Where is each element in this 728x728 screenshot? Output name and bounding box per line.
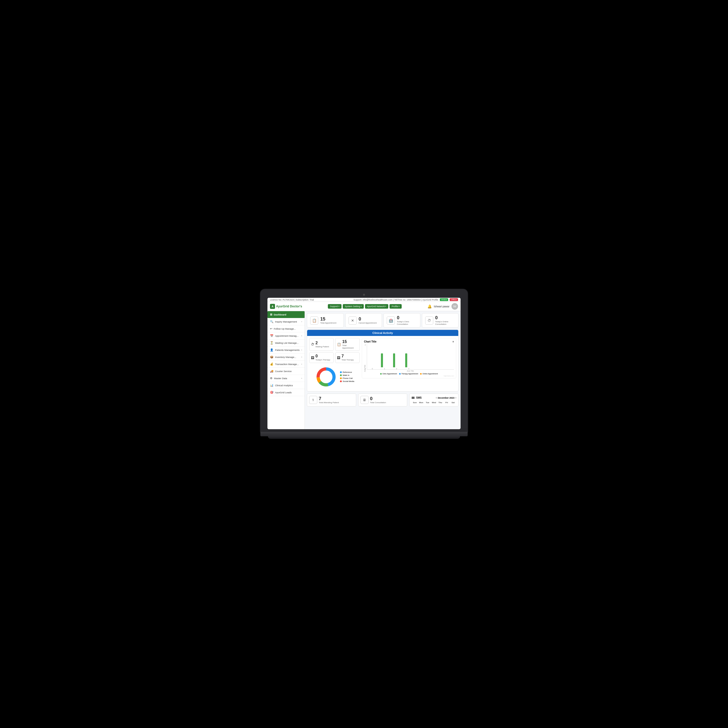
chart-legend-clinic: Clinic Appointment: [380, 373, 397, 375]
ayurgrid-network-btn[interactable]: AyurGrid Network ▾: [365, 304, 388, 309]
chart-menu-icon[interactable]: ≡: [453, 340, 454, 343]
bar-2-clinic: [393, 353, 395, 367]
legend-dot-phonecall: [340, 378, 342, 379]
sidebar-item-inventory[interactable]: 📦 Inventory Manage... ›: [268, 353, 304, 361]
online-consultation-label: Today's Online Consultation: [435, 321, 456, 325]
cancel-appointment-info: 0 Cancel Appointment: [359, 317, 377, 324]
total-therapy-label: Total Therapy: [341, 359, 353, 361]
cal-sun: Sun: [411, 401, 418, 404]
sidebar-item-leads[interactable]: 🎯 AyurGrid Leads: [268, 389, 304, 396]
chart-legend-dot-online: [420, 373, 422, 375]
bell-icon[interactable]: 🔔: [427, 304, 432, 308]
sidebar-label-inquiry: Inquiry Management: [275, 320, 297, 323]
courier-icon: 🚚: [270, 370, 274, 373]
followup-icon: ↩: [270, 327, 272, 330]
brand-name: AyurGrid Doctor's: [276, 304, 302, 308]
clinical-stat-waiting[interactable]: ⏱ 2 Waiting Patient: [309, 338, 333, 351]
sidebar-item-appointment[interactable]: 📅 Appointment Manag... ›: [268, 332, 304, 340]
sidebar-label-dashboard: Dashboard: [274, 313, 286, 316]
avatar[interactable]: IW: [451, 303, 458, 310]
clinical-stat-total-appt[interactable]: 📋 15 Total Appointment: [335, 338, 360, 351]
support-btn-label: Support: [330, 305, 338, 307]
chart-legend-online: Online Appointment: [420, 373, 438, 375]
sidebar-item-patients[interactable]: 👤 Patients Managements ›: [268, 347, 304, 353]
legend-walkin: Walk In: [340, 374, 355, 376]
top-bar: Licence No: PLTMC023 | Subscription: Tri…: [268, 298, 460, 302]
inquiry-icon: 🔍: [270, 320, 274, 323]
header-nav: A AyurGrid Doctor's Support ▾ System Set…: [268, 302, 460, 311]
sidebar: ⊞ Dashboard 🔍 Inquiry Management › ↩ Fol…: [268, 311, 305, 429]
cal-wed: Wed: [431, 401, 437, 404]
chart-bars-area: 2 0: [367, 344, 454, 370]
donut-legend: Reference Walk In: [340, 371, 355, 382]
stat-card-online-consultation[interactable]: ⏱ 0 Today's Online Consultation: [422, 313, 459, 327]
clinical-title: Clinical Activity: [372, 331, 393, 335]
bars-1: [381, 353, 388, 367]
sms-label: SMS: [416, 396, 422, 399]
sidebar-item-courier[interactable]: 🚚 Courier Service: [268, 368, 304, 375]
consultation-label: Total Consultation: [370, 401, 386, 404]
consultation-number: 0: [370, 396, 386, 401]
transaction-arrow: ›: [301, 363, 302, 365]
chart-title-row: Chart Title ≡: [364, 340, 454, 343]
y-label-2: 2: [365, 344, 366, 346]
donut-center: [320, 371, 332, 382]
brand: A AyurGrid Doctor's: [270, 304, 302, 309]
cancel-appointment-label: Cancel Appointment: [359, 322, 377, 324]
profile-btn[interactable]: Profile ▾: [390, 304, 402, 309]
cal-next-btn[interactable]: ›: [456, 396, 456, 399]
sidebar-item-inquiry[interactable]: 🔍 Inquiry Management ›: [268, 318, 304, 325]
bar-group-3: 3: [405, 353, 412, 370]
total-therapy-icon: 🖼: [337, 356, 340, 360]
stat-card-total-appointment[interactable]: 📋 15 Total Appointment: [307, 313, 344, 327]
appointment-arrow: ›: [301, 335, 302, 337]
bottom-card-consultation[interactable]: 🖥 0 Total Consultation: [358, 393, 407, 407]
online-consultation-info: 0 Today's Online Consultation: [435, 315, 456, 325]
app-container: Licence No: PLTMC023 | Subscription: Tri…: [268, 298, 460, 429]
donut-area: Reference Walk In: [309, 364, 360, 389]
cal-thu: Thu: [437, 401, 444, 404]
inventory-icon: 📦: [270, 355, 274, 359]
attending-info: 7 Total Attending Patient: [319, 396, 339, 404]
sidebar-label-courier: Courier Service: [275, 370, 291, 373]
bars-3: [405, 353, 412, 367]
sidebar-label-patients: Patients Managements: [275, 349, 300, 351]
attending-label: Total Attending Patient: [319, 401, 339, 404]
chart-area: Chart Title ≡ Axis Title: [362, 338, 456, 378]
sidebar-item-transaction[interactable]: 💰 Transaction Manage... ›: [268, 361, 304, 368]
system-setting-btn[interactable]: System Setting ▾: [343, 304, 364, 309]
content-area: 📋 15 Total Appointment ✕ 0 Can: [305, 311, 460, 429]
clinical-stat-total-therapy[interactable]: 🖼 7 Total Therapy: [335, 352, 360, 363]
bar-3-clinic: [405, 353, 407, 367]
sidebar-item-dashboard[interactable]: ⊞ Dashboard: [268, 311, 304, 318]
chart-legend-dot-clinic: [380, 373, 382, 375]
network-caret: ▾: [385, 305, 386, 307]
sidebar-item-followup[interactable]: ↩ Follow Up Manage...: [268, 325, 304, 332]
sms-envelope-icon: ✉: [411, 396, 414, 400]
cal-nav: ‹ December 2023 ›: [436, 396, 456, 399]
clinical-total-appt-info: 15 Total Appointment: [342, 340, 358, 349]
stat-card-cancel-appointment[interactable]: ✕ 0 Cancel Appointment: [345, 313, 382, 327]
stat-card-clinic-consultation[interactable]: 🏥 0 Today's Clinic Consultation: [384, 313, 421, 327]
support-btn[interactable]: Support ▾: [328, 304, 341, 309]
system-setting-label: System Setting: [345, 305, 360, 307]
support-text: Support: info@fivelincehealthcare.com | …: [353, 298, 438, 301]
masterdata-arrow: ›: [301, 377, 302, 379]
sidebar-item-analytics[interactable]: 📊 Clinical Analytics: [268, 382, 304, 389]
cal-prev-btn[interactable]: ‹: [436, 396, 437, 399]
header-nav-left: A AyurGrid Doctor's: [270, 304, 302, 309]
clinical-stat-today-therapy[interactable]: 🖼 0 Today's Therapy: [309, 352, 333, 363]
sidebar-item-waitinglist[interactable]: ⏳ Waiting List Manage...: [268, 340, 304, 347]
bottom-card-attending[interactable]: ⚕ 7 Total Attending Patient: [307, 393, 356, 407]
sidebar-label-followup: Follow Up Manage...: [274, 327, 296, 330]
cancel-appointment-icon: ✕: [349, 317, 357, 324]
today-therapy-number: 0: [315, 354, 330, 358]
clinical-total-appt-icon: 📋: [337, 343, 341, 346]
sms-calendar-section: ✉ SMS ‹ December 2023 ›: [409, 393, 459, 407]
total-appointment-label: Total Appointment: [320, 322, 336, 324]
laptop-screen: Licence No: PLTMC023 | Subscription: Tri…: [268, 298, 460, 429]
inquiry-arrow: ›: [301, 321, 302, 323]
sidebar-item-masterdata[interactable]: ⚙ Master Data ›: [268, 375, 304, 382]
header-nav-right: 🔔 Ishwari pawar IW: [427, 303, 458, 310]
user-name: Ishwari pawar: [434, 305, 450, 308]
